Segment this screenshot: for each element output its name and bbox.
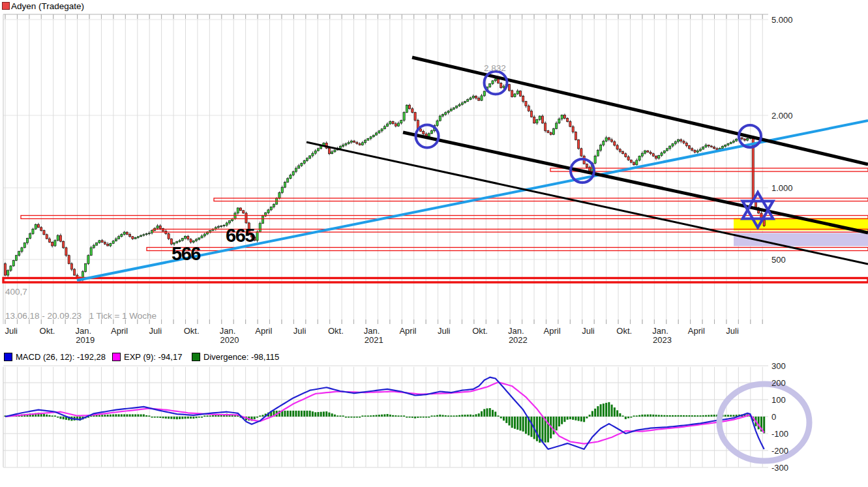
divergence-bar — [378, 415, 380, 417]
candle-body — [392, 121, 394, 123]
x-axis-quarter-label: Jan. — [75, 326, 91, 336]
candle-body — [453, 108, 455, 110]
divergence-bar — [605, 403, 607, 417]
divergence-bar — [478, 413, 480, 417]
footer-tick-info: 1 Tick = 1 Woche — [89, 311, 157, 321]
divergence-bar — [622, 415, 624, 417]
candle-body — [638, 156, 640, 160]
candle-body — [400, 121, 402, 123]
x-axis-quarter-label: Jan. — [364, 326, 380, 336]
x-axis-quarter-label: Juli — [5, 326, 18, 336]
candle-body — [334, 150, 336, 152]
candle-body — [90, 248, 92, 256]
x-axis-quarter-label: Jan. — [508, 326, 524, 336]
divergence-bar — [290, 411, 292, 417]
candle-body — [350, 141, 352, 142]
divergence-bar — [345, 417, 347, 418]
candle-body — [228, 221, 230, 223]
candle-body — [461, 103, 463, 104]
price-y-tick-label: 5.000 — [771, 15, 793, 25]
divergence-bar — [589, 415, 591, 417]
candle-body — [572, 126, 574, 132]
candle-body — [680, 140, 682, 141]
divergence-bar — [389, 415, 391, 417]
candle-body — [641, 153, 643, 156]
divergence-bar — [442, 415, 444, 417]
candle-body — [478, 98, 480, 100]
divergence-bar — [705, 415, 707, 417]
divergence-bar — [367, 415, 369, 417]
divergence-bar — [627, 417, 629, 419]
macd-y-tick-label: 200 — [771, 378, 786, 388]
divergence-bar — [669, 415, 671, 417]
candle-body — [278, 192, 280, 198]
divergence-bar — [674, 415, 676, 417]
divergence-bar — [403, 415, 405, 417]
divergence-bar — [339, 415, 341, 417]
x-axis-quarter-label: Juli — [293, 326, 307, 336]
divergence-bar — [325, 411, 327, 417]
divergence-bar — [140, 414, 142, 417]
divergence-bar — [481, 411, 483, 417]
x-axis-year-label: 2019 — [76, 335, 95, 345]
candle-body — [436, 121, 438, 125]
divergence-bar — [633, 415, 635, 417]
divergence-bar — [173, 417, 175, 419]
candle-body — [669, 146, 671, 149]
divergence-bar — [650, 415, 651, 417]
candle-body — [54, 241, 56, 246]
candle-body — [406, 105, 408, 112]
macd-y-tick-label: 0 — [771, 412, 776, 422]
divergence-bar — [151, 417, 153, 418]
divergence-bar — [678, 415, 680, 417]
candle-body — [93, 245, 95, 248]
candle-body — [23, 243, 25, 247]
candle-body — [87, 256, 89, 264]
divergence-bar — [583, 417, 585, 422]
candle-body — [145, 234, 147, 235]
divergence-bar — [522, 417, 524, 432]
candle-body — [403, 112, 405, 120]
macd-y-tick-label: -300 — [771, 463, 788, 473]
divergence-bar — [334, 415, 336, 417]
candle-body — [195, 239, 197, 241]
divergence-bar — [123, 414, 125, 417]
candle-body — [721, 147, 723, 149]
divergence-bar — [680, 415, 682, 417]
candle-body — [655, 156, 657, 158]
candle-body — [666, 149, 668, 151]
divergence-bar — [536, 417, 538, 441]
candle-body — [284, 182, 286, 187]
divergence-bar — [511, 417, 513, 428]
divergence-bar — [365, 415, 367, 417]
divergence-bar — [580, 417, 582, 421]
candle-body — [725, 145, 726, 146]
divergence-bar — [370, 415, 372, 417]
peak-price-label: 2.832 — [484, 63, 506, 73]
candle-body — [489, 83, 491, 87]
support-resistance-band — [147, 248, 868, 251]
divergence-bar — [691, 415, 693, 417]
candle-body — [123, 232, 125, 234]
divergence-bar — [104, 415, 106, 417]
candle-body — [74, 269, 76, 275]
candle-body — [647, 151, 649, 152]
divergence-bar — [552, 417, 554, 434]
candle-body — [627, 156, 629, 160]
candle-body — [621, 151, 623, 153]
candle-body — [547, 131, 549, 133]
divergence-bar — [600, 404, 602, 417]
candle-body — [292, 171, 294, 175]
price-y-tick-label: 1.000 — [771, 183, 793, 193]
candle-body — [21, 248, 23, 252]
candle-body — [134, 237, 136, 239]
candle-body — [494, 79, 496, 81]
candle-body — [126, 232, 128, 234]
x-axis-year-label: 2021 — [365, 335, 383, 345]
divergence-bar — [652, 415, 654, 417]
divergence-bar — [198, 417, 200, 418]
candle-body — [519, 91, 521, 96]
divergence-bar — [663, 415, 665, 417]
divergence-bar — [361, 415, 363, 417]
candle-body — [57, 235, 59, 241]
